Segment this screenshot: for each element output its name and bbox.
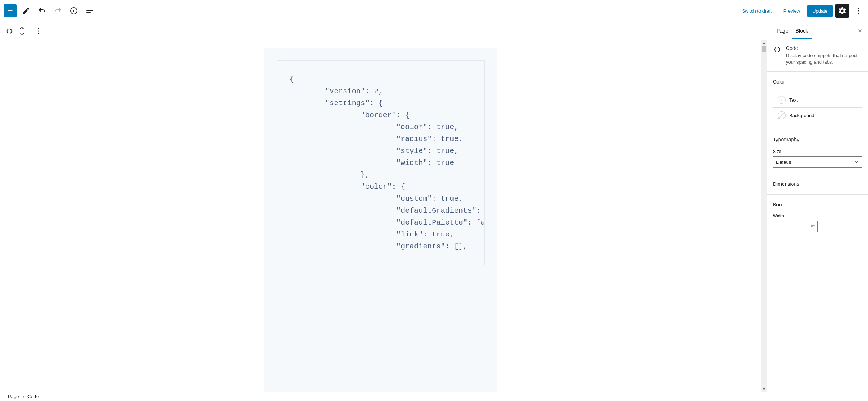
svg-point-9 (858, 83, 858, 84)
editor-column: { "version": 2, "settings": { "border": … (0, 22, 767, 392)
svg-point-8 (858, 81, 858, 82)
settings-button[interactable] (835, 4, 849, 18)
size-label: Size (773, 149, 862, 154)
breadcrumb-footer: Page › Code (0, 392, 868, 401)
color-background-label: Background (789, 113, 814, 118)
redo-button[interactable] (51, 4, 64, 17)
move-up-button[interactable] (17, 25, 27, 31)
scroll-thumb[interactable] (762, 46, 766, 52)
vertical-scrollbar[interactable]: ▲ ▼ (761, 40, 767, 392)
color-text-button[interactable]: Text (773, 92, 862, 108)
panel-border: Border Width PX (767, 195, 868, 238)
block-info: Code Display code snippets that respect … (767, 39, 868, 72)
panel-typography-menu[interactable] (854, 135, 862, 144)
sidebar-tabs: Page Block (767, 22, 868, 39)
svg-point-13 (858, 203, 858, 204)
info-icon[interactable] (67, 4, 80, 17)
main-area: { "version": 2, "settings": { "border": … (0, 22, 868, 392)
svg-point-11 (858, 139, 858, 140)
breadcrumb-current[interactable]: Code (27, 394, 39, 399)
block-options-button[interactable] (31, 24, 46, 38)
svg-point-4 (38, 28, 39, 29)
update-button[interactable]: Update (807, 5, 833, 17)
chevron-right-icon: › (22, 394, 24, 399)
sidebar-body: Code Display code snippets that respect … (767, 39, 868, 392)
toolbar-right: Switch to draft Preview Update (737, 4, 865, 18)
panel-color: Color Text Background (767, 72, 868, 129)
scroll-down-arrow[interactable]: ▼ (761, 387, 767, 392)
move-down-button[interactable] (17, 31, 27, 37)
breadcrumb-root[interactable]: Page (8, 394, 19, 399)
svg-point-6 (38, 33, 39, 34)
svg-point-3 (858, 13, 859, 14)
preview-link[interactable]: Preview (779, 5, 804, 17)
block-name: Code (786, 45, 862, 51)
panel-border-menu[interactable] (854, 200, 862, 209)
tab-page[interactable]: Page (773, 22, 792, 39)
panel-dimensions-title: Dimensions (773, 181, 799, 187)
block-toolbar (0, 22, 767, 40)
canvas-scroll[interactable]: { "version": 2, "settings": { "border": … (0, 40, 761, 392)
toolbar-left (4, 4, 96, 17)
outline-icon[interactable] (83, 4, 96, 17)
undo-button[interactable] (35, 4, 48, 17)
border-width-label: Width (773, 213, 862, 218)
svg-point-5 (38, 30, 39, 31)
border-width-input[interactable]: PX (773, 221, 818, 232)
panel-color-menu[interactable] (854, 77, 862, 86)
swatch-empty-icon (778, 111, 786, 119)
block-type-icon[interactable] (2, 24, 17, 38)
scroll-up-arrow[interactable]: ▲ (761, 40, 767, 46)
tab-block[interactable]: Block (792, 22, 812, 39)
close-sidebar-button[interactable] (854, 24, 867, 37)
svg-point-12 (858, 141, 858, 142)
edit-icon[interactable] (20, 4, 33, 17)
font-size-value: Default (776, 159, 791, 165)
canvas-wrap: { "version": 2, "settings": { "border": … (0, 40, 767, 392)
svg-point-7 (858, 80, 858, 81)
panel-typography: Typography Size Default (767, 129, 868, 174)
svg-point-15 (858, 206, 858, 207)
panel-border-title: Border (773, 202, 788, 208)
border-width-unit: PX (811, 225, 815, 228)
svg-point-2 (858, 10, 859, 11)
separator (29, 22, 29, 40)
panel-color-title: Color (773, 79, 785, 85)
panel-dimensions-add[interactable] (854, 180, 862, 188)
svg-point-1 (858, 8, 859, 9)
panel-dimensions: Dimensions (767, 174, 868, 195)
color-background-button[interactable]: Background (773, 108, 862, 123)
code-block[interactable]: { "version": 2, "settings": { "border": … (264, 48, 497, 392)
switch-to-draft-link[interactable]: Switch to draft (737, 5, 776, 17)
top-toolbar: Switch to draft Preview Update (0, 0, 868, 22)
color-text-label: Text (789, 97, 798, 103)
settings-sidebar: Page Block Code Display code snippets th… (767, 22, 868, 392)
block-description: Display code snippets that respect your … (786, 52, 862, 65)
chevron-down-icon (854, 159, 859, 165)
block-mover (17, 24, 27, 38)
add-block-button[interactable] (4, 4, 17, 17)
svg-point-10 (858, 138, 858, 138)
font-size-select[interactable]: Default (773, 156, 862, 168)
code-block-icon (773, 45, 782, 54)
svg-point-14 (858, 204, 858, 205)
swatch-empty-icon (778, 96, 786, 104)
more-menu-button[interactable] (852, 4, 865, 17)
panel-typography-title: Typography (773, 137, 799, 142)
code-content[interactable]: { "version": 2, "settings": { "border": … (277, 60, 485, 265)
